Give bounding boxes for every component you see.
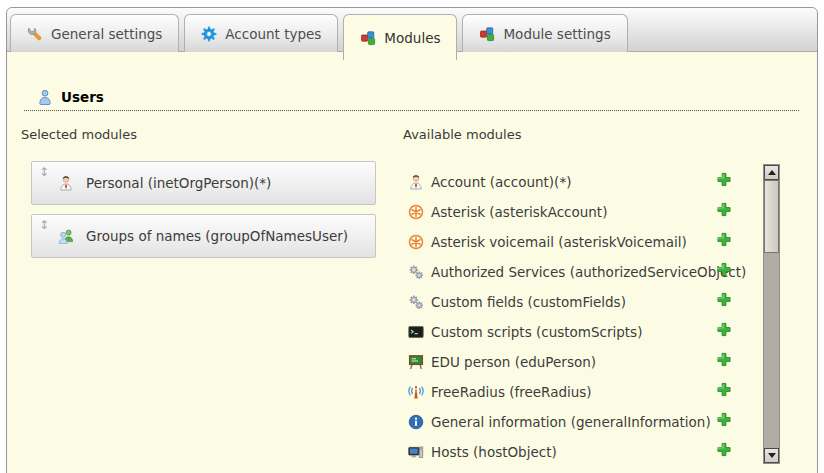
available-module-row: Custom scripts (customScripts) [408,317,760,347]
info-icon [408,414,424,430]
add-module-button[interactable] [716,322,737,343]
module-label: Custom scripts (customScripts) [431,324,642,340]
module-label: FreeRadius (freeRadius) [431,384,592,400]
asterisk-icon [408,234,424,250]
available-module-row: Hosts (hostObject) [408,437,760,467]
selected-module-row[interactable]: ↕Personal (inetOrgPerson)(*) [31,161,376,205]
modules-icon [360,30,376,46]
config-panel: General settingsAccount typesModulesModu… [6,7,818,473]
available-module-row: Custom fields (customFields) [408,287,760,317]
module-label: General information (generalInformation) [431,414,711,430]
add-module-button[interactable] [716,262,737,283]
available-module-row: EDU person (eduPerson) [408,347,760,377]
add-icon [716,262,732,278]
person-icon [408,174,424,190]
modules-icon [479,26,495,42]
add-icon [716,292,732,308]
add-icon [716,202,732,218]
module-label: Asterisk (asteriskAccount) [431,204,607,220]
add-module-button[interactable] [716,232,737,253]
tab-account-types[interactable]: Account types [184,14,338,52]
available-module-row: Account (account)(*) [408,167,760,197]
available-module-row: Asterisk voicemail (asteriskVoicemail) [408,227,760,257]
tab-label: General settings [51,26,162,42]
module-label: Custom fields (customFields) [431,294,626,310]
drag-handle-icon[interactable]: ↕ [39,219,49,231]
available-module-row: General information (generalInformation) [408,407,760,437]
section-divider [24,96,799,111]
scroll-up-button[interactable] [764,165,779,180]
available-modules-list: Account (account)(*)Asterisk (asteriskAc… [408,167,760,467]
asterisk-icon [408,204,424,220]
add-module-button[interactable] [716,412,737,433]
gear-icon [201,26,217,42]
module-label: Asterisk voicemail (asteriskVoicemail) [431,234,687,250]
add-module-button[interactable] [716,382,737,403]
antenna-icon [408,384,424,400]
add-icon [716,442,732,458]
gears-icon [408,264,424,280]
terminal-icon [408,324,424,340]
available-modules-label: Available modules [403,127,521,142]
tab-module-settings[interactable]: Module settings [462,14,627,52]
person-icon [58,175,74,191]
remove-module-button[interactable] [343,174,362,193]
selected-module-row[interactable]: ↕Groups of names (groupOfNamesUser) [31,214,376,258]
scroll-down-button[interactable] [764,448,779,463]
remove-module-button[interactable] [343,227,362,246]
available-module-row: Asterisk (asteriskAccount) [408,197,760,227]
add-module-button[interactable] [716,172,737,193]
module-label: Personal (inetOrgPerson)(*) [86,175,271,191]
available-module-row: Authorized Services (authorizedServiceOb… [408,257,760,287]
tab-label: Modules [384,30,440,46]
module-label: Groups of names (groupOfNamesUser) [86,228,348,244]
module-label: Authorized Services (authorizedServiceOb… [431,264,746,280]
chalkboard-icon [408,354,424,370]
available-modules-scrollbar[interactable] [763,164,780,464]
tab-label: Account types [225,26,321,42]
drag-handle-icon[interactable]: ↕ [39,166,49,178]
computer-icon [408,444,424,460]
tab-modules[interactable]: Modules [343,14,457,60]
group-icon [58,228,74,244]
module-label: Account (account)(*) [431,174,571,190]
add-module-button[interactable] [716,352,737,373]
tab-list: General settingsAccount typesModulesModu… [10,14,628,60]
scrollbar-thumb[interactable] [764,180,779,253]
gears-icon [408,294,424,310]
selected-modules-list: ↕Personal (inetOrgPerson)(*)↕Groups of n… [31,161,376,258]
arrow-down-icon [768,453,776,458]
tab-label: Module settings [503,26,610,42]
tab-general-settings[interactable]: General settings [10,14,179,52]
add-module-button[interactable] [716,442,737,463]
add-icon [716,412,732,428]
add-icon [716,382,732,398]
add-icon [716,172,732,188]
module-label: Hosts (hostObject) [431,444,557,460]
wrench-icon [27,26,43,42]
module-label: EDU person (eduPerson) [431,354,596,370]
arrow-up-icon [768,170,776,175]
selected-modules-label: Selected modules [21,127,137,142]
add-icon [716,232,732,248]
add-module-button[interactable] [716,202,737,223]
tab-bar: General settingsAccount typesModulesModu… [7,8,817,52]
add-icon [716,322,732,338]
available-module-row: FreeRadius (freeRadius) [408,377,760,407]
add-icon [716,352,732,368]
add-module-button[interactable] [716,292,737,313]
